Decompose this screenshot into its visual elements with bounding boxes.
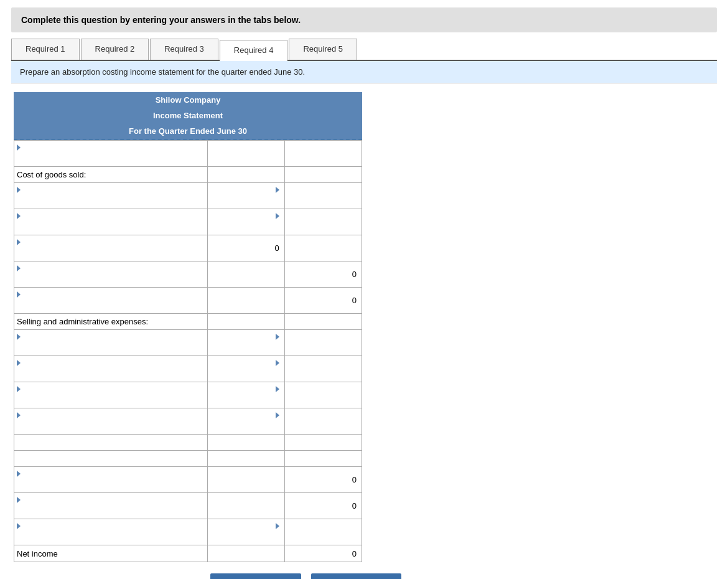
selling-label: Selling and administrative expenses: [14, 314, 208, 330]
amount-input-11b[interactable] [287, 473, 358, 487]
next-button[interactable]: Required 5 > [311, 573, 402, 579]
arrow-icon [276, 187, 279, 193]
amount-input-1a[interactable] [210, 147, 281, 161]
arrow-icon [17, 360, 21, 366]
net-income-label: Net income [14, 545, 208, 562]
label-input-11[interactable] [17, 478, 205, 491]
table-row [14, 435, 362, 451]
label-input-7[interactable] [17, 341, 205, 354]
tabs-row: Required 1 Required 2 Required 3 Require… [11, 39, 717, 61]
table-row [14, 209, 362, 235]
tab-required1[interactable]: Required 1 [11, 39, 80, 60]
table-row [14, 141, 362, 167]
arrow-icon [276, 523, 279, 529]
label-input-10[interactable] [17, 419, 205, 433]
table-row [14, 356, 362, 382]
arrow-icon [276, 334, 279, 340]
arrow-icon [17, 386, 21, 392]
amount-input-3a[interactable] [210, 220, 281, 233]
label-input-3[interactable] [17, 220, 205, 233]
tab-required5[interactable]: Required 5 [289, 39, 357, 60]
amount-input-6b[interactable] [287, 294, 358, 308]
table-row [14, 183, 362, 209]
label-input-2[interactable] [17, 194, 205, 207]
amount-input-13a[interactable] [210, 530, 281, 544]
table-row [14, 408, 362, 435]
prev-button[interactable]: < Required 3 [210, 573, 301, 579]
amount-input-4a[interactable] [210, 242, 281, 255]
navigation-buttons: < Required 3 Required 5 > [210, 573, 717, 579]
net-income-value[interactable] [287, 547, 358, 560]
amount-input-2a[interactable] [210, 194, 281, 207]
arrow-icon [17, 291, 21, 298]
label-input-4[interactable] [17, 246, 205, 260]
cogs-label: Cost of goods sold: [14, 167, 208, 183]
tab-required4[interactable]: Required 4 [220, 40, 288, 61]
arrow-icon [276, 386, 279, 392]
amount-input-5b[interactable] [287, 268, 358, 281]
arrow-icon [276, 360, 279, 366]
income-table: Cost of goods sold: [14, 140, 362, 562]
arrow-icon [17, 239, 21, 245]
table-row [14, 467, 362, 493]
income-statement-table: Shilow Company Income Statement For the … [14, 92, 362, 562]
label-input-13[interactable] [17, 530, 205, 544]
table-row-net-income: Net income [14, 545, 362, 562]
arrow-icon [17, 334, 21, 340]
tab-required2[interactable]: Required 2 [81, 39, 149, 60]
label-input-1[interactable] [17, 151, 205, 165]
company-name: Shilow Company [14, 92, 362, 108]
table-row [14, 382, 362, 408]
table-row-selling: Selling and administrative expenses: [14, 314, 362, 330]
table-row [14, 519, 362, 545]
instruction-bar: Complete this question by entering your … [11, 7, 717, 32]
amount-input-10a[interactable] [210, 419, 281, 433]
arrow-icon [276, 412, 279, 418]
table-row [14, 288, 362, 314]
arrow-icon [17, 471, 21, 477]
table-row [14, 451, 362, 467]
arrow-icon [276, 213, 279, 219]
label-input-6[interactable] [17, 298, 205, 312]
table-row-cogs: Cost of goods sold: [14, 167, 362, 183]
table-row [14, 235, 362, 261]
label-input-5[interactable] [17, 272, 205, 286]
label-input-12[interactable] [17, 504, 205, 517]
amount-input-1b[interactable] [287, 147, 358, 161]
amount-input-12b[interactable] [287, 499, 358, 513]
amount-input-9a[interactable] [210, 393, 281, 407]
statement-type: Income Statement [14, 108, 362, 123]
arrow-icon [17, 213, 21, 219]
label-input-9[interactable] [17, 393, 205, 407]
arrow-icon [17, 265, 21, 271]
tab-required3[interactable]: Required 3 [150, 39, 218, 60]
question-instruction: Prepare an absorption costing income sta… [11, 61, 717, 83]
arrow-icon [17, 144, 21, 151]
arrow-icon [17, 497, 21, 503]
arrow-icon [17, 412, 21, 418]
arrow-icon [17, 187, 21, 193]
table-row [14, 330, 362, 356]
amount-input-7a[interactable] [210, 341, 281, 354]
statement-period: For the Quarter Ended June 30 [14, 123, 362, 140]
label-input-8[interactable] [17, 367, 205, 380]
arrow-icon [17, 523, 21, 529]
table-row [14, 261, 362, 288]
table-row [14, 493, 362, 519]
amount-input-8a[interactable] [210, 367, 281, 380]
